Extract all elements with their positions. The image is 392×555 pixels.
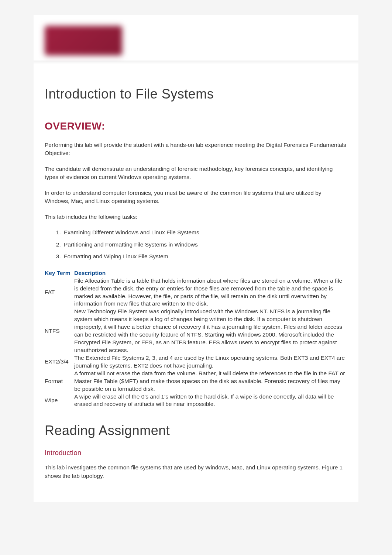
description-cell: A format will not erase the data from th… bbox=[74, 370, 347, 393]
description-cell: A wipe will erase all of the 0's and 1's… bbox=[74, 393, 347, 409]
introduction-paragraph: This lab investigates the common file sy… bbox=[45, 463, 347, 480]
reading-assignment-heading: Reading Assignment bbox=[45, 423, 347, 438]
description-cell: New Technology File System was originall… bbox=[74, 308, 347, 354]
logo-area bbox=[34, 15, 358, 72]
term-cell: Wipe bbox=[45, 397, 74, 404]
overview-paragraph-4: This lab includes the following tasks: bbox=[45, 213, 347, 221]
table-row: Wipe A wipe will erase all of the 0's an… bbox=[45, 393, 347, 409]
document-content: Introduction to File Systems OVERVIEW: P… bbox=[34, 72, 358, 502]
term-cell: FAT bbox=[45, 289, 74, 296]
term-cell: Format bbox=[45, 378, 74, 385]
task-item: Partitioning and Formatting File Systems… bbox=[62, 241, 347, 249]
page-title: Introduction to File Systems bbox=[45, 86, 347, 102]
table-row: Format A format will not erase the data … bbox=[45, 370, 347, 393]
description-cell: File Allocation Table is a table that ho… bbox=[74, 277, 347, 308]
key-terms-header: Key Term Description bbox=[45, 270, 347, 276]
table-row: EXT2/3/4 The Extended File Systems 2, 3,… bbox=[45, 354, 347, 370]
overview-heading: OVERVIEW: bbox=[45, 120, 347, 132]
logo-image bbox=[45, 26, 122, 55]
description-header-label: Description bbox=[74, 270, 347, 276]
task-item: Examining Different Windows and Linux Fi… bbox=[62, 228, 347, 237]
overview-paragraph-1: Performing this lab will provide the stu… bbox=[45, 141, 347, 158]
table-row: FAT File Allocation Table is a table tha… bbox=[45, 277, 347, 308]
key-term-header-label: Key Term bbox=[45, 270, 74, 276]
description-cell: The Extended File Systems 2, 3, and 4 ar… bbox=[74, 354, 347, 370]
term-cell: NTFS bbox=[45, 327, 74, 335]
table-row: NTFS New Technology File System was orig… bbox=[45, 308, 347, 354]
overview-paragraph-2: The candidate will demonstrate an unders… bbox=[45, 165, 347, 182]
document-page: Introduction to File Systems OVERVIEW: P… bbox=[34, 15, 358, 502]
task-item: Formatting and Wiping Linux File System bbox=[62, 252, 347, 261]
introduction-heading: Introduction bbox=[45, 449, 347, 457]
key-terms-table: FAT File Allocation Table is a table tha… bbox=[45, 277, 347, 409]
term-cell: EXT2/3/4 bbox=[45, 358, 74, 366]
tasks-list: Examining Different Windows and Linux Fi… bbox=[62, 228, 347, 261]
logo-shadow bbox=[34, 61, 358, 64]
overview-paragraph-3: In order to understand computer forensic… bbox=[45, 189, 347, 206]
